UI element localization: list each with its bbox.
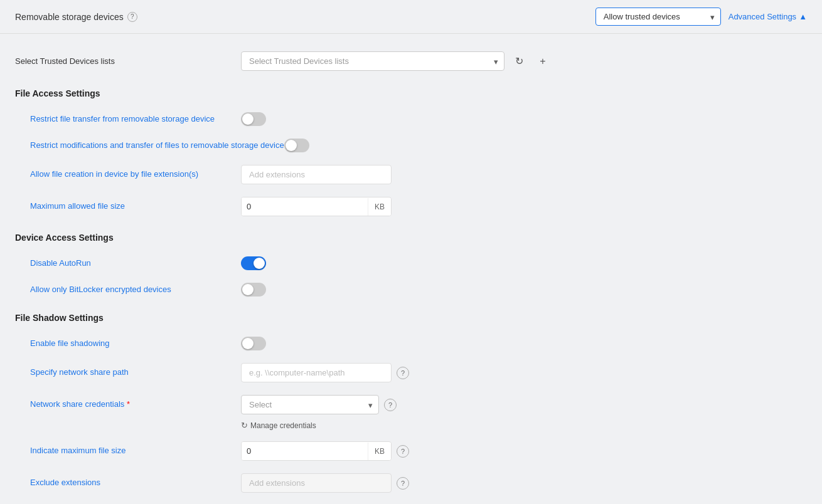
restrict-transfer-control [241, 112, 266, 126]
max-file-size-label: Maximum allowed file size [30, 201, 241, 212]
page-container: Removable storage devices ? Allow truste… [0, 0, 822, 504]
credentials-dropdown-wrapper: Select [241, 395, 379, 414]
bitlocker-label: Allow only BitLocker encrypted devices [30, 284, 241, 295]
credentials-dropdown[interactable]: Select [241, 395, 379, 414]
enable-shadowing-toggle[interactable] [241, 337, 266, 350]
bitlocker-row: Allow only BitLocker encrypted devices [15, 276, 807, 303]
add-button[interactable]: + [533, 52, 552, 71]
manage-credentials-link[interactable]: ↻ Manage credentials [241, 421, 316, 430]
extensions-input[interactable] [241, 165, 392, 184]
device-mode-dropdown[interactable]: Allow trusted devices Block all Read onl… [595, 8, 721, 26]
trusted-devices-dropdown[interactable]: Select Trusted Devices lists [241, 51, 504, 71]
shadow-max-file-size-control: KB ? [241, 441, 409, 461]
shadow-max-file-size-label: Indicate maximum file size [30, 445, 241, 456]
network-share-input[interactable] [241, 363, 392, 382]
device-mode-dropdown-wrapper: Allow trusted devices Block all Read onl… [595, 8, 721, 26]
toggle-thumb-shadow [242, 338, 254, 349]
network-share-control: ? [241, 363, 409, 382]
exclude-extensions-control: ? [241, 473, 409, 493]
toggle-thumb-2 [286, 140, 297, 151]
restrict-transfer-label: Restrict file transfer from removable st… [30, 113, 241, 125]
shadow-max-file-size-input-group: KB [241, 441, 392, 461]
credentials-row: Network share credentials * Select ? [15, 389, 807, 421]
toggle-thumb-autorun [254, 258, 265, 269]
enable-shadowing-row: Enable file shadowing [15, 330, 807, 357]
exclude-extensions-help[interactable]: ? [397, 477, 409, 490]
advanced-settings-label: Advanced Settings [729, 12, 796, 21]
trusted-devices-label: Select Trusted Devices lists [15, 56, 241, 66]
restrict-modifications-label: Restrict modifications and transfer of f… [30, 140, 284, 151]
trusted-devices-control: Select Trusted Devices lists ↻ + [241, 51, 552, 71]
credentials-help[interactable]: ? [384, 399, 397, 411]
extensions-label: Allow file creation in device by file ex… [30, 169, 241, 180]
max-file-size-control: KB [241, 197, 392, 216]
network-share-row: Specify network share path ? [15, 357, 807, 389]
chevron-up-icon: ▲ [799, 12, 807, 21]
extensions-row: Allow file creation in device by file ex… [15, 159, 807, 191]
restrict-modifications-control [284, 139, 309, 152]
shadow-max-file-size-row: Indicate maximum file size KB ? [15, 435, 807, 467]
refresh-small-icon: ↻ [241, 421, 248, 430]
disable-autorun-control [241, 256, 266, 270]
restrict-transfer-toggle[interactable] [241, 112, 266, 126]
extensions-control [241, 165, 392, 184]
header-bar: Removable storage devices ? Allow truste… [0, 0, 822, 34]
restrict-modifications-row: Restrict modifications and transfer of f… [15, 132, 807, 159]
shadow-max-file-size-input[interactable] [242, 442, 368, 460]
advanced-settings-link[interactable]: Advanced Settings ▲ [729, 12, 807, 21]
device-access-heading: Device Access Settings [15, 233, 807, 243]
bitlocker-toggle[interactable] [241, 283, 266, 297]
trusted-devices-row: Select Trusted Devices lists Select Trus… [15, 46, 807, 76]
network-share-label: Specify network share path [30, 367, 241, 378]
max-file-size-input-group: KB [241, 197, 392, 216]
manage-credentials-label: Manage credentials [250, 421, 316, 430]
exclude-extensions-input[interactable] [241, 473, 392, 493]
plus-icon: + [540, 56, 545, 67]
restrict-transfer-row: Restrict file transfer from removable st… [15, 106, 807, 132]
toggle-thumb-bitlocker [242, 284, 254, 295]
help-icon[interactable]: ? [127, 12, 137, 22]
shadow-max-file-size-suffix: KB [368, 443, 391, 460]
main-content: Select Trusted Devices lists Select Trus… [0, 34, 822, 504]
disable-autorun-row: Disable AutoRun [15, 250, 807, 276]
file-access-heading: File Access Settings [15, 88, 807, 98]
credentials-label: Network share credentials * [30, 399, 241, 410]
manage-credentials-row: ↻ Manage credentials [15, 421, 807, 435]
page-title: Removable storage devices [15, 12, 124, 22]
disable-autorun-label: Disable AutoRun [30, 258, 241, 269]
disable-autorun-toggle[interactable] [241, 256, 266, 270]
header-left: Removable storage devices ? [15, 12, 137, 22]
enable-shadowing-label: Enable file shadowing [30, 338, 241, 349]
max-file-size-row: Maximum allowed file size KB [15, 191, 807, 223]
network-share-help[interactable]: ? [397, 367, 409, 379]
restrict-modifications-toggle[interactable] [284, 139, 309, 152]
max-file-size-input[interactable] [242, 197, 368, 216]
max-file-size-suffix: KB [368, 198, 391, 216]
enable-shadowing-control [241, 337, 266, 350]
credentials-control: Select ? [241, 395, 397, 414]
exclude-extensions-label: Exclude extensions [30, 477, 241, 488]
toggle-thumb [242, 113, 254, 125]
shadow-max-file-size-help[interactable]: ? [397, 445, 409, 458]
exclude-extensions-row: Exclude extensions ? [15, 467, 807, 499]
trusted-devices-dropdown-wrapper: Select Trusted Devices lists [241, 51, 504, 71]
header-right: Allow trusted devices Block all Read onl… [595, 8, 807, 26]
bitlocker-control [241, 283, 266, 297]
refresh-button[interactable]: ↻ [510, 52, 528, 71]
file-shadow-heading: File Shadow Settings [15, 313, 807, 323]
refresh-icon: ↻ [515, 55, 523, 67]
